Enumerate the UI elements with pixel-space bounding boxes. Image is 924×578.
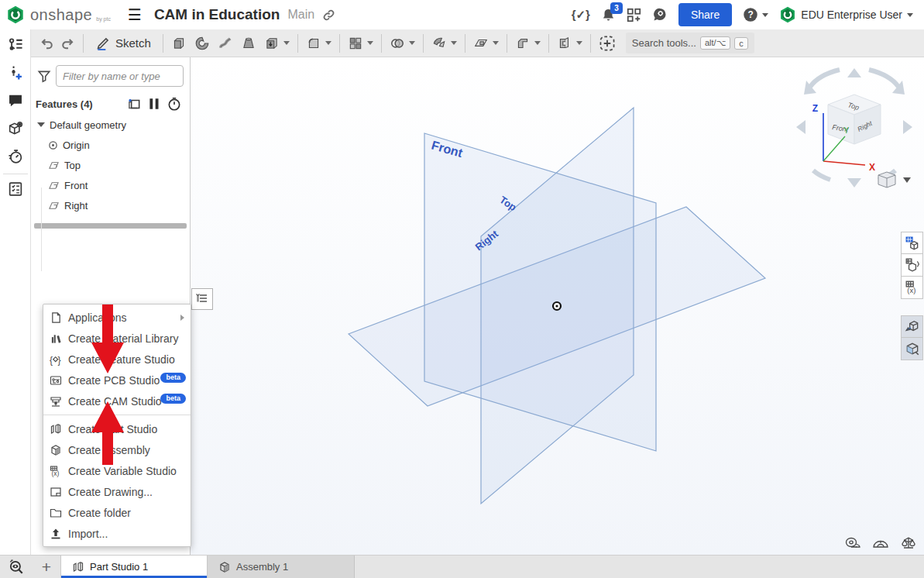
- share-link-icon[interactable]: [322, 9, 335, 22]
- search-tools-label: Search tools...: [632, 37, 696, 49]
- plane-icon: [48, 160, 60, 171]
- search-tools-field[interactable]: Search tools... alt/⌥ c: [626, 33, 754, 53]
- x-axis: [823, 161, 865, 165]
- frame-button[interactable]: [553, 32, 586, 55]
- tree-item-top[interactable]: Top: [31, 155, 190, 175]
- plane-tool-button[interactable]: [469, 32, 503, 55]
- suppress-pause-icon[interactable]: [148, 97, 160, 111]
- add-folder-icon[interactable]: [126, 96, 142, 112]
- tree-item-front[interactable]: Front: [31, 175, 190, 195]
- menu-item-create-pcb-studio[interactable]: Create PCB Studio beta: [43, 370, 191, 390]
- menu-divider: [43, 415, 191, 415]
- tree-group-default-geometry[interactable]: Default geometry: [31, 115, 190, 135]
- origin-marker[interactable]: [553, 302, 561, 310]
- chevron-down-icon[interactable]: [37, 122, 45, 127]
- featurescript-dev-icon[interactable]: {✓}: [572, 8, 590, 22]
- workspace-name[interactable]: Main: [287, 8, 314, 22]
- feature-tree: Default geometry Origin Top Front Right: [31, 115, 190, 215]
- filter-input[interactable]: [56, 65, 184, 87]
- mass-properties-scale-icon[interactable]: [900, 536, 917, 553]
- tab-part-studio-1[interactable]: Part Studio 1: [60, 556, 208, 578]
- bom-table-button[interactable]: [901, 232, 923, 254]
- menu-item-create-assembly[interactable]: Create Assembly: [43, 439, 191, 460]
- menu-item-label: Create Material Library: [68, 332, 184, 345]
- rotate-left-step-icon[interactable]: [796, 120, 805, 134]
- sheet-metal-button[interactable]: [511, 32, 544, 55]
- rotate-right-arrow-icon[interactable]: [869, 70, 898, 87]
- user-account-menu[interactable]: EDU Enterprise User: [779, 6, 913, 23]
- onshape-logo[interactable]: onshape by ptc: [0, 5, 119, 24]
- rotate-left-arrow-icon[interactable]: [810, 70, 840, 87]
- menu-item-import[interactable]: Import...: [43, 523, 191, 544]
- extrude-button[interactable]: [167, 32, 191, 55]
- boolean-button[interactable]: [386, 32, 419, 55]
- view-cube[interactable]: Top Front Right Z X Y: [796, 68, 912, 188]
- tree-item-origin[interactable]: Origin: [31, 135, 190, 155]
- tab-label: Assembly 1: [236, 561, 288, 573]
- boolean-caret-icon: [409, 41, 415, 45]
- onshape-logo-icon: [6, 5, 25, 24]
- rollback-bar[interactable]: [34, 223, 187, 229]
- help-menu[interactable]: ?: [743, 7, 768, 22]
- configurations-button[interactable]: [901, 254, 923, 277]
- notifications-bell-icon[interactable]: 3: [601, 8, 616, 22]
- menu-item-create-variable-studio[interactable]: (x) Create Variable Studio: [43, 460, 191, 481]
- tree-group-label: Default geometry: [50, 119, 126, 131]
- versions-history-icon[interactable]: [6, 36, 25, 54]
- menu-item-create-part-studio[interactable]: Create Part Studio: [43, 418, 191, 439]
- undo-button[interactable]: [36, 32, 57, 55]
- tree-item-right[interactable]: Right: [31, 195, 190, 215]
- checklist-icon[interactable]: [6, 180, 25, 198]
- redo-button[interactable]: [57, 32, 79, 55]
- thicken-button[interactable]: [260, 32, 294, 55]
- toolbar-divider: [297, 34, 298, 53]
- parts-properties-icon[interactable]: [6, 119, 25, 138]
- share-button[interactable]: Share: [678, 3, 732, 26]
- tilt-down-arrow-icon[interactable]: [847, 178, 861, 188]
- hamburger-menu-icon[interactable]: ☰: [119, 5, 151, 24]
- menu-item-create-folder[interactable]: Create folder: [43, 502, 191, 523]
- variables-table-button[interactable]: (x): [901, 277, 923, 299]
- shaded-view-button[interactable]: [901, 338, 923, 360]
- insert-new-tab-button[interactable]: +: [33, 556, 60, 578]
- draft-button[interactable]: [428, 32, 461, 55]
- filter-funnel-icon[interactable]: [37, 69, 51, 83]
- regen-timer-icon[interactable]: [167, 96, 182, 112]
- y-axis: [823, 136, 845, 161]
- menu-item-label: Create Part Studio: [68, 423, 184, 435]
- assembly-icon: [49, 444, 63, 456]
- tab-assembly-1[interactable]: Assembly 1: [208, 556, 355, 578]
- create-version-icon[interactable]: [6, 64, 25, 82]
- menu-item-create-cam-studio[interactable]: Create CAM Studio beta: [43, 390, 191, 411]
- search-tabs-button[interactable]: [0, 556, 33, 578]
- menu-item-create-drawing[interactable]: Create Drawing...: [43, 481, 191, 502]
- menu-item-applications[interactable]: Applications: [43, 307, 191, 328]
- sketch-button[interactable]: Sketch: [88, 36, 159, 51]
- menu-item-create-material-library[interactable]: Create Material Library: [43, 328, 191, 349]
- graphics-viewport[interactable]: Front Top Right Top Front Right: [191, 57, 924, 555]
- view-options-button[interactable]: [878, 172, 911, 188]
- menu-item-create-feature-studio[interactable]: {} Create Feature Studio: [43, 349, 191, 370]
- fillet-button[interactable]: [302, 32, 335, 55]
- performance-stopwatch-icon[interactable]: [6, 147, 25, 166]
- svg-text:(x): (x): [52, 470, 60, 477]
- protractor-icon[interactable]: [872, 536, 889, 553]
- pattern-caret-icon: [367, 41, 373, 45]
- learning-center-icon[interactable]: [652, 7, 668, 22]
- tilt-up-arrow-icon[interactable]: [847, 68, 861, 77]
- tab-label: Part Studio 1: [90, 561, 148, 573]
- loft-button[interactable]: [237, 32, 260, 55]
- comments-icon[interactable]: [6, 91, 25, 110]
- feature-studio-icon: {}: [49, 353, 63, 366]
- section-view-button[interactable]: [901, 315, 923, 338]
- pattern-button[interactable]: [344, 32, 377, 55]
- sweep-button[interactable]: [214, 32, 237, 55]
- app-store-grid-icon[interactable]: [627, 8, 641, 22]
- sketch-label: Sketch: [115, 36, 151, 50]
- insert-feature-button[interactable]: [595, 32, 620, 55]
- rotate-right-step-icon[interactable]: [903, 120, 912, 134]
- tape-measure-icon[interactable]: [844, 536, 861, 553]
- feature-panel-toggle-button[interactable]: [191, 288, 213, 310]
- revolve-button[interactable]: [191, 32, 214, 55]
- toolbar-divider: [83, 34, 84, 53]
